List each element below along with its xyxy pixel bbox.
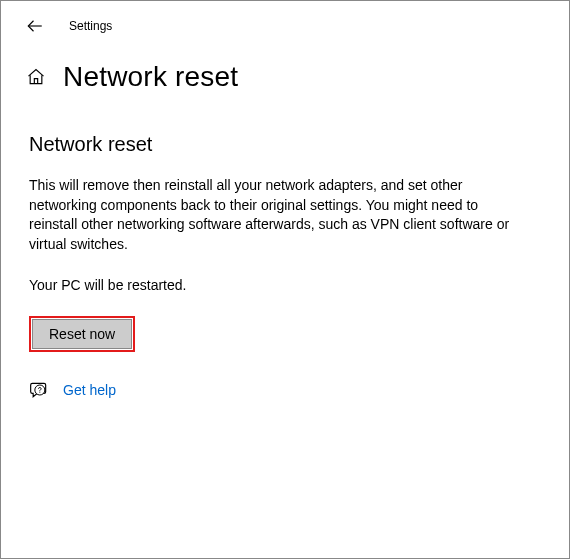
window-title: Settings [69,19,112,33]
page-header: Network reset [1,41,569,93]
reset-button-highlight: Reset now [29,316,135,352]
page-title: Network reset [63,61,238,93]
section-title: Network reset [29,133,541,156]
topbar: Settings [1,1,569,41]
back-arrow-icon [26,17,44,35]
back-button[interactable] [21,12,49,40]
content: Network reset This will remove then rein… [1,93,569,400]
get-help-icon [29,380,49,400]
restart-notice: Your PC will be restarted. [29,276,529,296]
reset-now-button[interactable]: Reset now [32,319,132,349]
help-row: Get help [29,380,541,400]
svg-point-2 [39,391,40,392]
home-icon[interactable] [25,66,47,88]
get-help-link[interactable]: Get help [63,382,116,398]
description-text: This will remove then reinstall all your… [29,176,529,254]
